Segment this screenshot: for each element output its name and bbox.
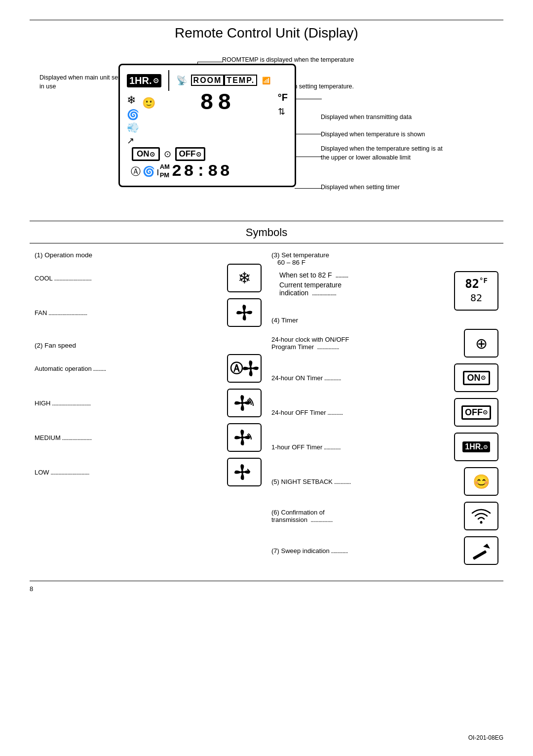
on-box: ON⊙ <box>132 147 160 161</box>
medium-label: MEDIUM ....................... <box>35 434 227 441</box>
program-timer-label: 24-hour clock with ON/OFF Program Timer … <box>271 336 464 351</box>
high-label: HIGH .............................. <box>35 399 227 407</box>
fan-icon-box <box>227 298 262 327</box>
upper-lower-annotation: Displayed when the temperature setting i… <box>321 145 449 162</box>
temp-icon-box: 82°F 82 <box>454 271 498 311</box>
symbols-mid-rule <box>30 243 503 243</box>
medium-fan-svg <box>234 428 254 447</box>
pipe-sep: | <box>157 168 159 175</box>
display-diagram: Displayed when main unit sensor is in us… <box>30 49 503 217</box>
display-row1: 1HR. ⊙ 📡 ROOMTEMP. 📶 <box>127 70 288 91</box>
temp-shown-annotation: Displayed when temperature is shown <box>321 130 425 139</box>
page-number: 8 <box>30 585 503 593</box>
high-icon-box <box>227 389 262 417</box>
confirmation-row: (6) Confirmation of transmission .......… <box>271 502 498 530</box>
symbols-grid: (1) Operation mode COOL ................… <box>30 251 503 571</box>
line-timer <box>295 188 322 189</box>
cool-icon-box: ❄ <box>227 264 262 292</box>
on-timer-label: 24-hour ON Timer ............. <box>271 374 454 382</box>
symbols-top-rule <box>30 221 503 221</box>
auto-fan-icon: Ⓐ <box>131 165 141 178</box>
on-timer-row: 24-hour ON Timer ............. ON⊙ <box>271 363 498 392</box>
svg-rect-6 <box>473 550 487 560</box>
sweep-icon-box <box>464 536 498 565</box>
display-left-icons: ❄ 🌀 💨 ↗ <box>127 94 139 146</box>
operation-mode-title: (1) Operation mode <box>35 251 262 259</box>
auto-circle-icon: Ⓐ <box>230 360 243 377</box>
cool-row: COOL ............................. ❄ <box>35 264 262 292</box>
1hr-off-timer-label: 1-hour OFF Timer ............. <box>271 443 454 451</box>
wifi-icon: 📶 <box>262 77 270 84</box>
1hr-box-sym: 1HR.⊙ <box>462 441 490 452</box>
cool-snowflake-icon: ❄ <box>238 269 251 287</box>
fan2-icon: 💨 <box>127 121 139 133</box>
display-row2: ❄ 🌀 💨 ↗ 🙂 88 °F ⇅ <box>127 92 288 146</box>
symbols-left-col: (1) Operation mode COOL ................… <box>30 251 266 571</box>
display-vertical-sep <box>168 70 169 91</box>
top-rule <box>30 20 503 20</box>
temp-top-digits: 82°F <box>465 278 488 291</box>
wifi-svg <box>470 507 492 525</box>
fan-svg <box>234 303 254 322</box>
off-box: OFF⊙ <box>175 147 205 161</box>
fan-row: FAN .............................. <box>35 298 262 327</box>
timer-digits: 28:88 <box>172 162 232 181</box>
night-setback-row: (5) NIGHT SETBACK ............. 😊 <box>271 467 498 496</box>
bottom-rule <box>30 581 503 581</box>
display-panel: 1HR. ⊙ 📡 ROOMTEMP. 📶 ❄ 🌀 💨 ↗ <box>118 64 296 187</box>
antenna-icon: 📡 <box>176 75 187 86</box>
night-setback-icon-box: 😊 <box>464 467 498 496</box>
auto-op-label: Automatic operation .......... <box>35 365 227 372</box>
symbols-title: Symbols <box>30 226 503 239</box>
display-row4: Ⓐ 🌀 | AM PM 28:88 <box>131 162 288 181</box>
page: Remote Control Unit (Display) Displayed … <box>0 0 533 756</box>
medium-icon-box <box>227 423 262 452</box>
night-setback-label: (5) NIGHT SETBACK ............. <box>271 478 464 485</box>
on-box-sym: ON⊙ <box>463 371 490 385</box>
line-upper <box>295 157 322 157</box>
off-box-sym: OFF⊙ <box>461 405 491 420</box>
high-fan-svg <box>234 393 254 413</box>
am-pm-labels: AM PM <box>160 163 170 180</box>
auto-op-icon-box: Ⓐ <box>227 354 262 383</box>
temp-display-row: When set to 82 F ......... Current tempe… <box>271 271 498 311</box>
doc-number: OI-201-08EG <box>468 734 503 741</box>
set-82-label: When set to 82 F ......... <box>279 271 454 279</box>
temp-notes: When set to 82 F ......... Current tempe… <box>271 271 454 297</box>
fan-label: FAN .............................. <box>35 309 227 317</box>
program-timer-row: 24-hour clock with ON/OFF Program Timer … <box>271 329 498 358</box>
timer-title: (4) Timer <box>271 317 498 324</box>
sweep-svg <box>470 540 492 561</box>
symbols-right-col: (3) Set temperature 60 – 86 F When set t… <box>266 251 503 571</box>
low-icon-box <box>227 458 262 486</box>
big-digits-container: 🙂 88 <box>142 92 278 115</box>
transmitting-annotation: Displayed when transmitting data <box>321 113 412 122</box>
medium-row: MEDIUM ....................... <box>35 423 262 452</box>
low-label: LOW .............................. <box>35 469 227 476</box>
low-row: LOW .............................. <box>35 458 262 486</box>
display-row3: ON⊙ ⊙ OFF⊙ <box>132 147 288 161</box>
low-fan-svg <box>234 462 254 482</box>
clock-circle-icon: ⊕ <box>475 335 488 352</box>
fan-speed-title: (2) Fan speed <box>35 342 262 349</box>
timer-annotation: Displayed when setting timer <box>321 183 400 192</box>
auto-op-row: Automatic operation .......... Ⓐ <box>35 354 262 383</box>
big-digits: 88 <box>157 92 278 115</box>
set-temp-title: (3) Set temperature 60 – 86 F <box>271 251 498 266</box>
svg-marker-7 <box>483 544 490 549</box>
degree-f-label: °F <box>278 92 288 103</box>
arrows-icon: ⇅ <box>278 106 285 117</box>
sweep-left-icon: ↗ <box>127 135 139 146</box>
off-timer-icon-box: OFF⊙ <box>454 398 498 427</box>
1hr-icon-box: 1HR.⊙ <box>454 433 498 461</box>
current-temp-label: Current temperature indication .........… <box>279 281 454 297</box>
fan-speed-icon: 🌀 <box>143 165 155 177</box>
smiley-sleep-icon: 😊 <box>473 474 490 490</box>
room-label: ROOMTEMP. <box>191 76 258 85</box>
1hr-off-timer-row: 1-hour OFF Timer ............. 1HR.⊙ <box>271 433 498 461</box>
sweep-label: (7) Sweep indication ............. <box>271 547 464 555</box>
line-trans <box>295 99 322 99</box>
temp-bottom-digits: 82 <box>470 293 482 304</box>
page-title: Remote Control Unit (Display) <box>30 25 503 41</box>
display-right-section: °F ⇅ <box>278 92 288 119</box>
